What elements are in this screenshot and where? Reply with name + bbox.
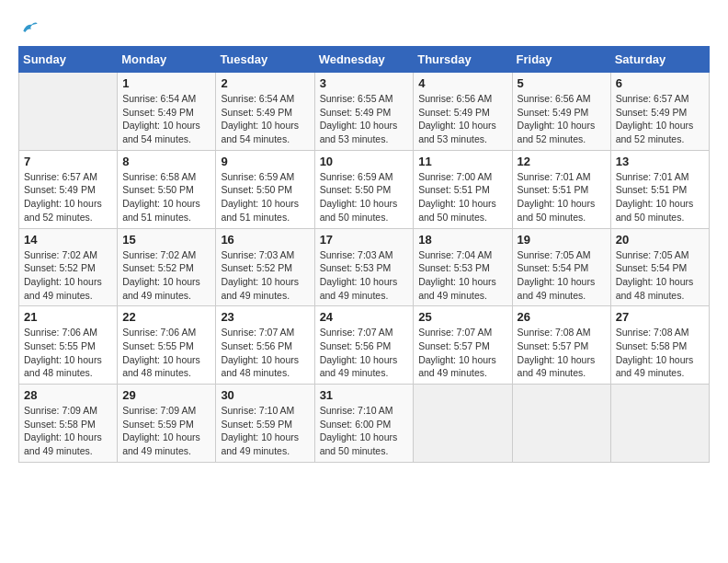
day-info: Sunrise: 7:08 AMSunset: 5:57 PMDaylight:… bbox=[518, 326, 606, 380]
day-info: Sunrise: 7:08 AMSunset: 5:58 PMDaylight:… bbox=[616, 326, 704, 380]
calendar-cell: 2Sunrise: 6:54 AMSunset: 5:49 PMDaylight… bbox=[216, 73, 314, 151]
calendar-cell: 19Sunrise: 7:05 AMSunset: 5:54 PMDayligh… bbox=[512, 228, 610, 306]
day-number: 6 bbox=[616, 76, 704, 90]
calendar-cell: 8Sunrise: 6:58 AMSunset: 5:50 PMDaylight… bbox=[118, 150, 216, 228]
day-info: Sunrise: 7:07 AMSunset: 5:56 PMDaylight:… bbox=[320, 326, 409, 380]
day-number: 18 bbox=[418, 233, 506, 247]
day-number: 27 bbox=[616, 310, 704, 324]
day-info: Sunrise: 6:54 AMSunset: 5:49 PMDaylight:… bbox=[122, 92, 210, 146]
calendar-cell: 28Sunrise: 7:09 AMSunset: 5:58 PMDayligh… bbox=[19, 385, 118, 463]
day-info: Sunrise: 7:07 AMSunset: 5:56 PMDaylight:… bbox=[221, 326, 309, 380]
day-info: Sunrise: 6:57 AMSunset: 5:49 PMDaylight:… bbox=[24, 170, 112, 224]
calendar-cell: 20Sunrise: 7:05 AMSunset: 5:54 PMDayligh… bbox=[610, 228, 709, 306]
calendar-cell: 7Sunrise: 6:57 AMSunset: 5:49 PMDaylight… bbox=[19, 150, 118, 228]
calendar-cell: 29Sunrise: 7:09 AMSunset: 5:59 PMDayligh… bbox=[118, 385, 216, 463]
day-number: 4 bbox=[418, 76, 506, 90]
day-info: Sunrise: 6:54 AMSunset: 5:49 PMDaylight:… bbox=[221, 92, 309, 146]
day-info: Sunrise: 7:02 AMSunset: 5:52 PMDaylight:… bbox=[24, 248, 112, 303]
day-number: 17 bbox=[320, 233, 409, 247]
calendar-cell: 22Sunrise: 7:06 AMSunset: 5:55 PMDayligh… bbox=[118, 306, 216, 385]
day-number: 22 bbox=[122, 310, 210, 324]
day-number: 2 bbox=[221, 76, 309, 90]
day-number: 29 bbox=[122, 388, 210, 402]
day-number: 7 bbox=[24, 155, 112, 168]
day-info: Sunrise: 7:03 AMSunset: 5:53 PMDaylight:… bbox=[320, 248, 409, 303]
day-info: Sunrise: 7:09 AMSunset: 5:58 PMDaylight:… bbox=[24, 404, 112, 458]
day-number: 1 bbox=[122, 76, 210, 90]
day-number: 8 bbox=[122, 155, 210, 168]
calendar-week-row: 21Sunrise: 7:06 AMSunset: 5:55 PMDayligh… bbox=[19, 306, 710, 385]
day-info: Sunrise: 6:55 AMSunset: 5:49 PMDaylight:… bbox=[320, 92, 409, 146]
logo-bird-icon bbox=[20, 18, 39, 37]
calendar-cell: 14Sunrise: 7:02 AMSunset: 5:52 PMDayligh… bbox=[19, 228, 118, 306]
day-number: 19 bbox=[518, 233, 606, 247]
calendar-cell: 10Sunrise: 6:59 AMSunset: 5:50 PMDayligh… bbox=[314, 150, 414, 228]
calendar-cell: 30Sunrise: 7:10 AMSunset: 5:59 PMDayligh… bbox=[216, 385, 314, 463]
calendar-cell: 5Sunrise: 6:56 AMSunset: 5:49 PMDaylight… bbox=[512, 73, 610, 151]
day-info: Sunrise: 7:01 AMSunset: 5:51 PMDaylight:… bbox=[518, 170, 606, 224]
day-of-week-header: Sunday bbox=[19, 47, 118, 73]
day-of-week-header: Friday bbox=[512, 47, 610, 73]
day-info: Sunrise: 6:59 AMSunset: 5:50 PMDaylight:… bbox=[320, 170, 409, 224]
calendar-cell bbox=[512, 385, 610, 463]
calendar-cell: 1Sunrise: 6:54 AMSunset: 5:49 PMDaylight… bbox=[118, 73, 216, 151]
day-number: 5 bbox=[518, 76, 606, 90]
day-info: Sunrise: 7:00 AMSunset: 5:51 PMDaylight:… bbox=[418, 170, 506, 224]
calendar-table: SundayMondayTuesdayWednesdayThursdayFrid… bbox=[18, 46, 710, 463]
day-info: Sunrise: 7:05 AMSunset: 5:54 PMDaylight:… bbox=[518, 248, 606, 303]
calendar-cell: 4Sunrise: 6:56 AMSunset: 5:49 PMDaylight… bbox=[414, 73, 512, 151]
calendar-cell bbox=[610, 385, 709, 463]
page-header bbox=[18, 18, 710, 37]
calendar-cell: 31Sunrise: 7:10 AMSunset: 6:00 PMDayligh… bbox=[314, 385, 414, 463]
calendar-cell: 18Sunrise: 7:04 AMSunset: 5:53 PMDayligh… bbox=[414, 228, 512, 306]
day-number: 13 bbox=[616, 155, 704, 168]
day-number: 12 bbox=[518, 155, 606, 168]
calendar-cell: 26Sunrise: 7:08 AMSunset: 5:57 PMDayligh… bbox=[512, 306, 610, 385]
day-of-week-header: Wednesday bbox=[314, 47, 414, 73]
calendar-cell: 27Sunrise: 7:08 AMSunset: 5:58 PMDayligh… bbox=[610, 306, 709, 385]
day-of-week-header: Tuesday bbox=[216, 47, 314, 73]
day-number: 16 bbox=[221, 233, 309, 247]
calendar-week-row: 1Sunrise: 6:54 AMSunset: 5:49 PMDaylight… bbox=[19, 73, 710, 151]
day-number: 30 bbox=[221, 388, 309, 402]
calendar-cell: 12Sunrise: 7:01 AMSunset: 5:51 PMDayligh… bbox=[512, 150, 610, 228]
day-number: 26 bbox=[518, 310, 606, 324]
day-number: 25 bbox=[418, 310, 506, 324]
days-of-week-row: SundayMondayTuesdayWednesdayThursdayFrid… bbox=[19, 47, 710, 73]
calendar-cell: 23Sunrise: 7:07 AMSunset: 5:56 PMDayligh… bbox=[216, 306, 314, 385]
day-info: Sunrise: 7:03 AMSunset: 5:52 PMDaylight:… bbox=[221, 248, 309, 303]
calendar-cell: 16Sunrise: 7:03 AMSunset: 5:52 PMDayligh… bbox=[216, 228, 314, 306]
day-of-week-header: Monday bbox=[118, 47, 216, 73]
day-number: 14 bbox=[24, 233, 112, 247]
day-info: Sunrise: 7:06 AMSunset: 5:55 PMDaylight:… bbox=[122, 326, 210, 380]
day-number: 24 bbox=[320, 310, 409, 324]
calendar-cell bbox=[19, 73, 118, 151]
day-info: Sunrise: 6:57 AMSunset: 5:49 PMDaylight:… bbox=[616, 92, 704, 146]
day-number: 3 bbox=[320, 76, 409, 90]
day-info: Sunrise: 7:07 AMSunset: 5:57 PMDaylight:… bbox=[418, 326, 506, 380]
day-info: Sunrise: 6:59 AMSunset: 5:50 PMDaylight:… bbox=[221, 170, 309, 224]
day-number: 31 bbox=[320, 388, 409, 402]
calendar-cell: 15Sunrise: 7:02 AMSunset: 5:52 PMDayligh… bbox=[118, 228, 216, 306]
day-of-week-header: Saturday bbox=[610, 47, 709, 73]
day-info: Sunrise: 7:05 AMSunset: 5:54 PMDaylight:… bbox=[616, 248, 704, 303]
calendar-header: SundayMondayTuesdayWednesdayThursdayFrid… bbox=[19, 47, 710, 73]
calendar-cell: 17Sunrise: 7:03 AMSunset: 5:53 PMDayligh… bbox=[314, 228, 414, 306]
day-number: 28 bbox=[24, 388, 112, 402]
day-info: Sunrise: 7:10 AMSunset: 6:00 PMDaylight:… bbox=[320, 404, 409, 458]
day-info: Sunrise: 7:01 AMSunset: 5:51 PMDaylight:… bbox=[616, 170, 704, 224]
calendar-week-row: 7Sunrise: 6:57 AMSunset: 5:49 PMDaylight… bbox=[19, 150, 710, 228]
day-number: 23 bbox=[221, 310, 309, 324]
day-info: Sunrise: 7:04 AMSunset: 5:53 PMDaylight:… bbox=[418, 248, 506, 303]
calendar-week-row: 28Sunrise: 7:09 AMSunset: 5:58 PMDayligh… bbox=[19, 385, 710, 463]
day-info: Sunrise: 6:58 AMSunset: 5:50 PMDaylight:… bbox=[122, 170, 210, 224]
day-number: 20 bbox=[616, 233, 704, 247]
calendar-cell: 21Sunrise: 7:06 AMSunset: 5:55 PMDayligh… bbox=[19, 306, 118, 385]
day-number: 10 bbox=[320, 155, 409, 168]
day-number: 11 bbox=[418, 155, 506, 168]
day-info: Sunrise: 7:06 AMSunset: 5:55 PMDaylight:… bbox=[24, 326, 112, 380]
calendar-cell: 24Sunrise: 7:07 AMSunset: 5:56 PMDayligh… bbox=[314, 306, 414, 385]
day-info: Sunrise: 7:09 AMSunset: 5:59 PMDaylight:… bbox=[122, 404, 210, 458]
day-info: Sunrise: 7:10 AMSunset: 5:59 PMDaylight:… bbox=[221, 404, 309, 458]
day-info: Sunrise: 7:02 AMSunset: 5:52 PMDaylight:… bbox=[122, 248, 210, 303]
